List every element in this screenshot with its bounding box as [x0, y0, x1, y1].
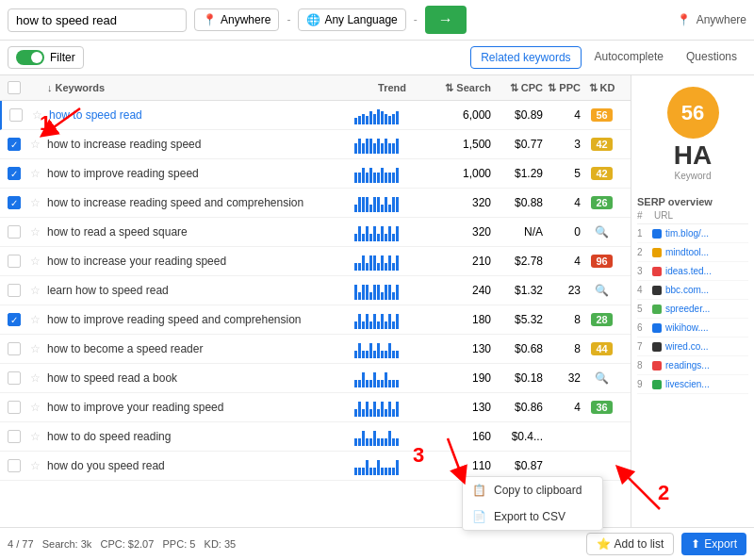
trend-bar	[392, 380, 395, 387]
serp-domain[interactable]: wikihow....	[665, 322, 709, 333]
row-star-cell[interactable]: ☆	[30, 255, 47, 268]
export-to-csv-item[interactable]: 📄 Export to CSV	[463, 503, 602, 530]
add-to-list-button[interactable]: ⭐ Add to list	[586, 533, 675, 555]
header-cpc[interactable]: ⇅ CPC	[491, 82, 543, 94]
table-row[interactable]: ☆ how to read a speed square 320 N/A 0 🔍	[0, 218, 631, 247]
row-star-cell[interactable]: ☆	[30, 225, 47, 239]
star-icon[interactable]: ☆	[30, 430, 41, 443]
row-checkbox[interactable]: ✓	[8, 196, 21, 209]
serp-domain[interactable]: readings...	[665, 360, 710, 371]
table-row[interactable]: ☆ how to improve your reading speed 130 …	[0, 393, 631, 422]
favicon-icon	[652, 248, 662, 257]
search-box[interactable]	[8, 8, 187, 32]
star-icon[interactable]: ☆	[30, 284, 41, 297]
serp-row[interactable]: 2 mindtool...	[637, 243, 748, 262]
header-check[interactable]	[8, 81, 30, 94]
serp-row[interactable]: 6 wikihow....	[637, 319, 748, 338]
row-search-cell: 6,000	[430, 108, 491, 122]
toggle-switch[interactable]	[16, 50, 44, 65]
select-all-checkbox[interactable]	[8, 81, 21, 94]
table-row[interactable]: ☆ how to speed read 6,000 $0.89 4 56	[0, 101, 631, 130]
serp-row[interactable]: 7 wired.co...	[637, 338, 748, 356]
row-checkbox[interactable]: ✓	[8, 167, 21, 180]
keyword-link[interactable]: how to speed read	[49, 108, 142, 122]
row-checkbox[interactable]	[8, 225, 21, 239]
star-icon[interactable]: ☆	[30, 167, 41, 180]
row-star-cell[interactable]: ☆	[30, 342, 47, 355]
trend-chart	[354, 427, 430, 446]
serp-row[interactable]: 9 livescien...	[637, 375, 748, 394]
location-selector[interactable]: 📍 Anywhere	[194, 8, 279, 31]
star-icon[interactable]: ☆	[30, 459, 41, 472]
row-checkbox[interactable]	[8, 342, 21, 355]
serp-row[interactable]: 8 readings...	[637, 356, 748, 375]
row-checkbox[interactable]	[8, 284, 21, 297]
copy-to-clipboard-item[interactable]: 📋 Copy to clipboard	[463, 477, 602, 503]
star-icon[interactable]: ☆	[30, 371, 41, 385]
table-row[interactable]: ✓ ☆ how to increase reading speed and co…	[0, 189, 631, 218]
row-checkbox[interactable]: ✓	[8, 138, 21, 151]
row-star-cell[interactable]: ☆	[30, 284, 47, 297]
row-checkbox[interactable]	[8, 371, 21, 385]
serp-domain[interactable]: livescien...	[665, 379, 710, 389]
filter-toggle[interactable]: Filter	[8, 46, 84, 69]
row-star-cell[interactable]: ☆	[30, 401, 47, 414]
row-checkbox[interactable]	[8, 430, 21, 443]
header-ppc[interactable]: ⇅ PPC	[543, 82, 581, 94]
kd-badge: 96	[591, 255, 612, 268]
table-row[interactable]: ☆ how to increase your reading speed 210…	[0, 247, 631, 276]
serp-row[interactable]: 5 spreeder...	[637, 300, 748, 319]
table-row[interactable]: ☆ how to become a speed reader 130 $0.68…	[0, 335, 631, 364]
serp-domain[interactable]: bbc.com...	[665, 285, 709, 295]
row-star-cell[interactable]: ☆	[30, 459, 47, 472]
row-star-cell[interactable]: ☆	[30, 371, 47, 385]
serp-row[interactable]: 4 bbc.com...	[637, 281, 748, 300]
table-row[interactable]: ✓ ☆ how to improve reading speed 1,000 $…	[0, 159, 631, 189]
serp-row[interactable]: 3 ideas.ted...	[637, 262, 748, 281]
table-row[interactable]: ☆ how to do speed reading 160 $0.4...	[0, 422, 631, 452]
table-row[interactable]: ☆ how to speed read a book 190 $0.18 32 …	[0, 364, 631, 393]
star-icon[interactable]: ☆	[30, 342, 41, 355]
header-search[interactable]: ⇅ Search	[430, 82, 491, 94]
row-star-cell[interactable]: ☆	[30, 138, 47, 151]
star-icon[interactable]: ☆	[30, 255, 41, 268]
star-icon[interactable]: ☆	[32, 108, 42, 122]
trend-bar	[369, 321, 372, 329]
trend-bar	[392, 438, 395, 446]
row-star-cell[interactable]: ☆	[32, 108, 49, 122]
row-star-cell[interactable]: ☆	[30, 313, 47, 326]
star-icon[interactable]: ☆	[30, 138, 41, 151]
serp-domain[interactable]: mindtool...	[665, 247, 709, 257]
star-icon[interactable]: ☆	[30, 196, 41, 209]
header-trend[interactable]: Trend	[354, 82, 430, 93]
serp-domain[interactable]: spreeder...	[665, 304, 710, 314]
serp-domain[interactable]: wired.co...	[665, 341, 709, 352]
row-star-cell[interactable]: ☆	[30, 430, 47, 443]
go-button[interactable]: →	[425, 6, 467, 34]
table-row[interactable]: ✓ ☆ how to improve reading speed and com…	[0, 305, 631, 335]
trend-bar	[354, 263, 357, 271]
row-checkbox[interactable]	[8, 459, 21, 472]
copy-label: Copy to clipboard	[494, 484, 582, 497]
serp-row[interactable]: 1 tim.blog/...	[637, 224, 748, 243]
tab-questions[interactable]: Questions	[677, 46, 746, 69]
row-checkbox[interactable]	[8, 401, 21, 414]
search-input[interactable]	[16, 13, 178, 27]
export-button[interactable]: ⬆ Export	[681, 533, 746, 555]
star-icon[interactable]: ☆	[30, 401, 41, 414]
row-star-cell[interactable]: ☆	[30, 167, 47, 180]
row-checkbox[interactable]: ✓	[8, 313, 21, 326]
row-checkbox[interactable]	[8, 255, 21, 268]
star-icon[interactable]: ☆	[30, 225, 41, 239]
table-row[interactable]: ✓ ☆ how to increase reading speed 1,500 …	[0, 130, 631, 159]
tab-related-keywords[interactable]: Related keywords	[470, 46, 581, 69]
serp-domain[interactable]: ideas.ted...	[665, 266, 712, 276]
language-selector[interactable]: 🌐 Any Language	[298, 8, 405, 31]
row-checkbox[interactable]	[9, 108, 23, 122]
table-row[interactable]: ☆ learn how to speed read 240 $1.32 23 🔍	[0, 276, 631, 305]
header-kd[interactable]: ⇅ KD	[581, 82, 623, 94]
row-star-cell[interactable]: ☆	[30, 196, 47, 209]
serp-domain[interactable]: tim.blog/...	[665, 228, 709, 239]
star-icon[interactable]: ☆	[30, 313, 41, 326]
tab-autocomplete[interactable]: Autocomplete	[585, 46, 673, 69]
